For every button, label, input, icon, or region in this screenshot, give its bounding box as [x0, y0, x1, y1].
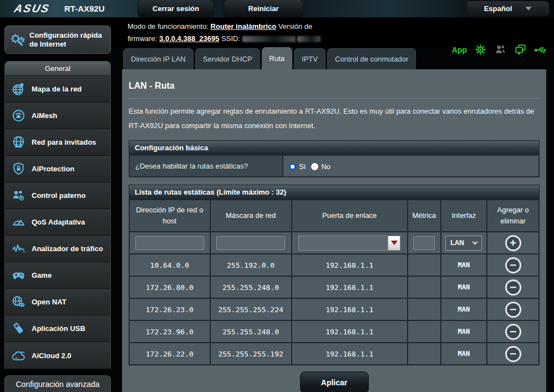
basic-config-section-header: Configuración básica: [129, 140, 540, 155]
table-header-row: Dirección IP de red o host Máscara de re…: [129, 200, 539, 232]
delete-route-button[interactable]: −: [505, 257, 521, 273]
route-interface-cell: MAN: [441, 298, 487, 320]
operation-mode-label: Modo de funcionamiento:: [128, 22, 209, 30]
quick-setup-label: Configuración rápida de Internet: [29, 31, 106, 49]
route-interface-cell: MAN: [441, 254, 487, 276]
sidebar-item-aimesh[interactable]: AiMesh: [5, 103, 110, 129]
ssid-redacted-value-2: [297, 36, 321, 42]
tab-lan-ip[interactable]: Dirección IP LAN: [123, 48, 194, 69]
main-content: Dirección IP LAN Servidor DHCP Ruta IPTV…: [122, 47, 546, 392]
gateway-dropdown-button[interactable]: [388, 236, 400, 250]
route-interface-select[interactable]: LAN: [445, 236, 482, 251]
sidebar-item-traffic-analyzer[interactable]: Analizador de tráfico: [5, 236, 110, 262]
static-routes-section-header: Lista de rutas estáticas (Límite máximo …: [129, 185, 540, 199]
router-model-label: RT-AX92U: [64, 4, 105, 13]
delete-route-button[interactable]: −: [505, 324, 521, 340]
route-mask-input[interactable]: [216, 236, 286, 250]
tab-switch-control[interactable]: Control de conmutador: [327, 48, 416, 69]
route-gateway-cell: 192.168.1.1: [292, 276, 408, 298]
table-row: 172.23.96.0 255.255.248.0 192.168.1.1 MA…: [129, 320, 539, 343]
info-line-2: firmware: 3.0.0.4.388_23695 SSID:: [128, 33, 377, 45]
route-metric-cell: [408, 343, 441, 365]
usb-drive-icon: [10, 320, 27, 337]
tab-route[interactable]: Ruta: [262, 47, 292, 69]
gamepad-icon: [10, 267, 27, 284]
aimesh-icon: [10, 108, 27, 124]
delete-route-button[interactable]: −: [505, 346, 521, 362]
route-metric-input[interactable]: [413, 236, 435, 250]
parental-controls-icon: [10, 187, 27, 204]
ssid-label: SSID:: [221, 34, 240, 43]
sidebar-item-aiprotection[interactable]: AiProtection: [5, 156, 110, 182]
table-row: 10.64.0.0 255.192.0.0 192.168.1.1 MAN −: [129, 254, 539, 276]
route-ip-input[interactable]: [135, 236, 204, 250]
language-selector[interactable]: Español: [466, 1, 550, 17]
language-label: Español: [484, 4, 512, 13]
sidebar-item-label: AiProtection: [32, 165, 74, 173]
route-ip-cell: 172.26.80.0: [129, 276, 210, 298]
basic-config-table: ¿Desea habilitar la rutas estáticas? SíN…: [129, 155, 540, 177]
sidebar-item-label: AiCloud 2.0: [32, 352, 72, 360]
sidebar-item-label: Control paterno: [32, 191, 86, 200]
route-metric-cell: [408, 298, 441, 320]
quick-setup-icon: [9, 32, 26, 48]
sidebar-item-label: Red para invitados: [32, 138, 96, 146]
top-bar: ASUS RT-AX92U Cerrar sesión Reiniciar Es…: [0, 0, 554, 18]
sidebar-item-parental-controls[interactable]: Control paterno: [5, 182, 110, 209]
route-mask-cell: 255.192.0.0: [210, 254, 292, 276]
sidebar-item-label: Analizador de tráfico: [32, 245, 103, 253]
sidebar-item-label: Aplicación USB: [32, 324, 85, 333]
chevron-down-icon: [525, 7, 532, 11]
sidebar-item-game[interactable]: Game: [5, 262, 110, 289]
delete-route-button[interactable]: −: [505, 279, 521, 296]
route-ip-cell: 172.26.22.0: [129, 343, 210, 365]
route-ip-cell: 172.26.23.0: [129, 298, 210, 320]
apply-row: Aplicar: [129, 371, 540, 392]
ssid-redacted-value: [242, 36, 296, 42]
logout-button[interactable]: Cerrar sesión: [138, 0, 214, 17]
delete-route-button[interactable]: −: [505, 302, 521, 318]
sidebar-item-network-map[interactable]: Mapa de la red: [5, 76, 110, 103]
route-gateway-cell: 192.168.1.1: [292, 320, 408, 343]
firmware-version-label-2: firmware:: [128, 34, 157, 43]
operation-mode-link[interactable]: Router inalámbrico: [211, 22, 276, 30]
add-route-button[interactable]: +: [505, 235, 521, 251]
traffic-analyzer-icon: [10, 241, 27, 257]
route-gateway-cell: 192.168.1.1: [292, 254, 408, 276]
sidebar: Configuración rápida de Internet General…: [4, 26, 111, 392]
route-metric-cell: [408, 276, 441, 298]
route-ip-cell: 10.64.0.0: [129, 254, 210, 276]
tab-iptv[interactable]: IPTV: [294, 48, 326, 69]
enable-static-routes-label: ¿Desea habilitar la rutas estáticas?: [129, 155, 283, 177]
enable-static-routes-value: SíNo: [283, 155, 539, 177]
info-line-1: Modo de funcionamiento: Router inalámbri…: [128, 21, 377, 33]
quick-internet-setup-button[interactable]: Configuración rápida de Internet: [4, 26, 111, 54]
column-header-gateway: Puerta de enlace: [292, 200, 408, 232]
static-routes-no-radio[interactable]: [311, 163, 318, 170]
tab-dhcp-server[interactable]: Servidor DHCP: [195, 48, 260, 69]
firmware-info: Modo de funcionamiento: Router inalámbri…: [128, 21, 377, 45]
reboot-button[interactable]: Reiniciar: [223, 0, 303, 17]
sidebar-item-guest-network[interactable]: Red para invitados: [5, 129, 110, 156]
sidebar-section-advanced: Configuración avanzada: [5, 376, 110, 392]
static-routes-yes-radio[interactable]: [289, 163, 296, 170]
firmware-version-link[interactable]: 3.0.0.4.388_23695: [159, 34, 219, 43]
static-routes-table: Dirección IP de red o host Máscara de re…: [129, 199, 540, 365]
route-interface-cell: MAN: [441, 343, 487, 365]
column-header-add-delete: Agregar o eliminar: [487, 200, 539, 232]
chevron-down-icon: [472, 239, 478, 245]
sidebar-item-aicloud[interactable]: AiCloud 2.0: [5, 342, 110, 369]
sidebar-item-open-nat[interactable]: Open NAT: [5, 289, 110, 315]
route-gateway-input[interactable]: [299, 236, 388, 250]
asus-logo: ASUS: [13, 2, 51, 15]
sidebar-item-usb-application[interactable]: Aplicación USB: [5, 315, 110, 342]
route-interface-cell: MAN: [441, 276, 487, 298]
red-caret-icon: [391, 241, 398, 245]
sidebar-item-label: Mapa de la red: [32, 85, 82, 93]
apply-button[interactable]: Aplicar: [300, 371, 369, 392]
sidebar-item-adaptive-qos[interactable]: QoS Adaptativa: [5, 209, 110, 236]
route-gateway-cell: 192.168.1.1: [292, 298, 408, 320]
page-description: Esta función permite agregar reglas de e…: [129, 104, 540, 133]
aiprotection-shield-icon: [10, 161, 27, 177]
no-radio-label: No: [321, 162, 331, 171]
